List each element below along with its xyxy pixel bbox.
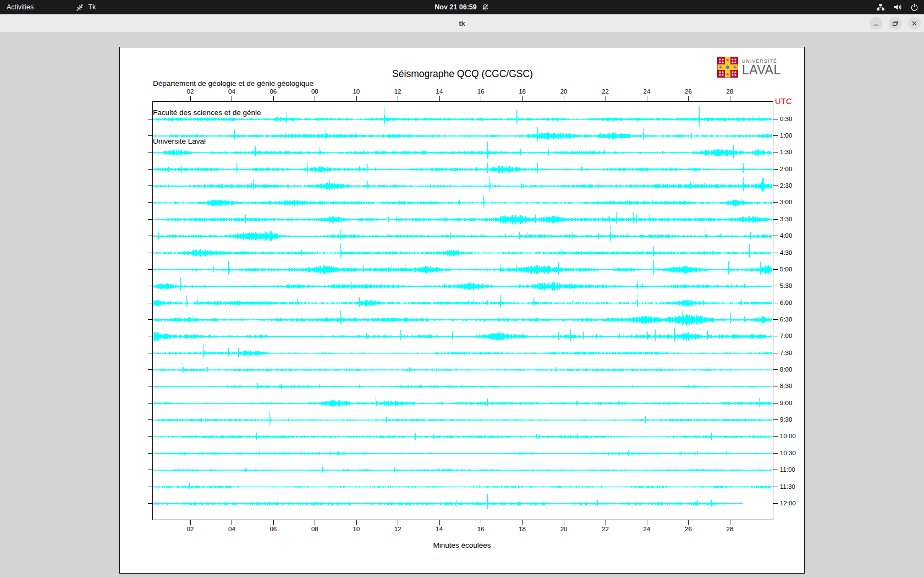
x-tick-label-top: 24 [644, 88, 651, 95]
x-tick-mark-bottom [398, 520, 398, 525]
trace-time-label: 1:00 [780, 132, 792, 139]
x-tick-label-top: 28 [727, 88, 734, 95]
x-tick-label-top: 06 [270, 88, 277, 95]
x-tick-mark-top [356, 96, 357, 101]
trace-time-label: 5:00 [780, 266, 792, 272]
tk-app-menu[interactable]: Tk [70, 3, 101, 12]
x-tick-mark-bottom [606, 520, 606, 525]
x-tick-label-top: 18 [519, 88, 526, 95]
x-tick-label-top: 26 [685, 88, 692, 95]
trace-tick-right [773, 119, 778, 119]
x-tick-mark-bottom [190, 520, 191, 525]
plot-border [152, 101, 773, 520]
x-tick-label-bottom: 20 [560, 526, 568, 532]
trace-time-label: 3:00 [780, 199, 792, 205]
trace-tick-right [773, 169, 778, 170]
x-tick-mark-bottom [481, 520, 481, 525]
x-tick-label-bottom: 14 [436, 526, 443, 532]
trace-time-label: 6:00 [780, 299, 792, 306]
trace-time-label: 11:30 [780, 483, 795, 490]
close-button[interactable] [908, 17, 921, 30]
activities-button[interactable]: Activities [0, 0, 40, 14]
trace-tick-right [773, 470, 778, 470]
x-tick-mark-bottom [564, 520, 564, 525]
trace-tick-left [148, 186, 152, 186]
trace-tick-left [148, 436, 152, 437]
x-tick-mark-bottom [232, 520, 232, 525]
minimize-button[interactable] [870, 17, 882, 30]
x-tick-label-bottom: 18 [519, 526, 526, 532]
trace-tick-left [148, 253, 152, 253]
x-tick-label-top: 10 [353, 88, 360, 95]
trace-time-label: 12:00 [780, 500, 796, 506]
trace-tick-right [773, 319, 778, 320]
x-tick-label-top: 02 [187, 88, 194, 95]
trace-time-label: 7:00 [780, 332, 792, 339]
trace-tick-left [148, 386, 152, 386]
trace-time-label: 2:30 [780, 182, 792, 189]
trace-tick-right [773, 503, 778, 504]
trace-tick-right [773, 386, 778, 386]
utc-label: UTC [775, 96, 792, 106]
power-icon [910, 3, 919, 12]
trace-tick-right [773, 436, 778, 437]
x-tick-mark-bottom [273, 520, 274, 525]
x-tick-mark-top [315, 96, 315, 101]
x-tick-label-bottom: 16 [477, 526, 485, 532]
trace-tick-right [773, 202, 778, 203]
x-tick-label-bottom: 26 [685, 526, 692, 532]
x-tick-mark-top [522, 96, 523, 101]
x-tick-label-top: 22 [602, 88, 609, 95]
trace-tick-left [148, 369, 152, 370]
trace-tick-left [148, 470, 152, 470]
trace-tick-right [773, 152, 778, 152]
trace-tick-left [148, 119, 152, 119]
laval-logo-line2: LAVAL [742, 64, 781, 76]
trace-tick-right [773, 186, 778, 186]
system-status-area[interactable] [876, 0, 919, 14]
laval-logo-text: UNIVERSITÉ LAVAL [742, 58, 781, 76]
x-tick-label-bottom: 22 [602, 526, 609, 532]
trace-tick-left [148, 503, 152, 504]
trace-tick-left [148, 303, 152, 303]
trace-tick-right [773, 269, 778, 270]
trace-time-label: 9:00 [780, 400, 792, 406]
trace-time-label: 0:30 [780, 116, 792, 122]
trace-tick-right [773, 219, 778, 220]
trace-tick-left [148, 152, 152, 152]
trace-tick-right [773, 236, 778, 236]
trace-tick-right [773, 253, 778, 253]
trace-tick-right [773, 403, 778, 403]
trace-tick-right [773, 286, 778, 286]
trace-tick-left [148, 286, 152, 286]
x-tick-label-top: 14 [436, 88, 443, 95]
trace-tick-left [148, 269, 152, 270]
x-tick-mark-top [730, 96, 730, 101]
trace-tick-left [148, 319, 152, 320]
notifications-off-icon [482, 3, 490, 11]
x-tick-label-bottom: 10 [353, 526, 360, 532]
x-tick-label-top: 16 [477, 88, 485, 95]
trace-tick-left [148, 403, 152, 403]
clock-button[interactable]: Nov 21 06:59 [435, 0, 489, 14]
x-tick-label-bottom: 24 [644, 526, 651, 532]
trace-tick-right [773, 369, 778, 370]
x-tick-mark-top [273, 96, 274, 101]
trace-tick-left [148, 419, 152, 420]
trace-time-label: 3:30 [780, 216, 792, 222]
trace-tick-right [773, 303, 778, 303]
trace-time-label: 4:00 [780, 232, 792, 239]
x-axis-title: Minutes écoulées [433, 541, 491, 549]
laval-shield-icon [717, 57, 738, 80]
x-tick-label-bottom: 04 [228, 526, 235, 532]
x-tick-mark-bottom [522, 520, 523, 525]
gnome-top-bar: Activities Tk Nov 21 06:59 [0, 0, 924, 14]
volume-icon [893, 3, 902, 12]
x-tick-label-top: 12 [394, 88, 402, 95]
window-title: tk [0, 14, 924, 32]
x-tick-label-bottom: 02 [187, 526, 194, 532]
x-tick-mark-top [439, 96, 440, 101]
maximize-button[interactable] [889, 17, 901, 30]
trace-tick-right [773, 419, 778, 420]
trace-tick-left [148, 169, 152, 170]
